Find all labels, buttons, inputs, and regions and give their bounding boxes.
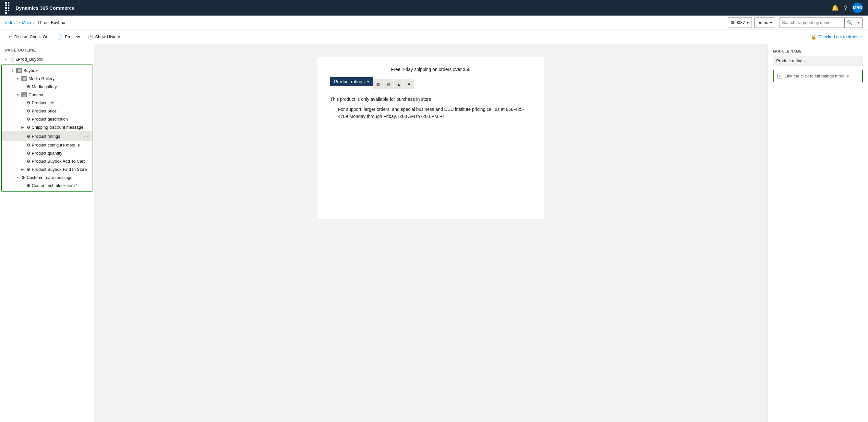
tree-item-product-ratings[interactable]: ⚙ Product ratings ··· (2, 131, 92, 141)
lock-icon: 🔒 (811, 34, 816, 39)
tree-item-media-gallery[interactable]: ▾ ▤ Media Gallery (2, 74, 92, 83)
main-layout: Page Outline ▾ 📄 1Prod_Buybox ▾ ▤ Buybox… (0, 44, 868, 422)
product-price-label: Product price (32, 108, 57, 113)
discard-checkout-button[interactable]: ↩ Discard Check Out (5, 32, 53, 41)
tree-item-product-price[interactable]: ⚙ Product price (2, 107, 92, 115)
product-title-gear-icon: ⚙ (27, 100, 30, 105)
nav-icons: 🔔 ? MRG (832, 3, 863, 13)
toolbar: ↩ Discard Check Out 📄 Preview 🕐 Show His… (0, 30, 868, 44)
show-history-button[interactable]: 🕐 Show History (84, 32, 123, 41)
ratings-move-down-button[interactable]: ▼ (404, 79, 414, 89)
preview-button[interactable]: 📄 Preview (54, 32, 83, 41)
tree-item-content-rich[interactable]: ⚙ Content rich block item 1 (2, 182, 92, 190)
breadcrumb: fedev > Main > 1Prod_Buybox (5, 20, 725, 25)
product-quantity-label: Product quantity (32, 151, 62, 156)
tree-item-shipping-discount[interactable]: ▶ ⚙ Shipping discount message (2, 123, 92, 131)
root-toggle[interactable]: ▾ (3, 57, 8, 61)
customer-care-toggle[interactable]: ▾ (15, 176, 20, 179)
search-dropdown-button[interactable]: ▾ (855, 18, 863, 28)
tree-item-customer-care[interactable]: ▾ ⚙ Customer care message (2, 173, 92, 182)
help-icon[interactable]: ? (844, 4, 847, 11)
search-box: 🔍 ▾ (779, 18, 863, 28)
content-module-icon: ▤ (22, 92, 27, 97)
notifications-icon[interactable]: 🔔 (832, 4, 839, 11)
purchase-text: This product is only available for purch… (330, 97, 531, 102)
tree-item-product-configure[interactable]: ⚙ Product configure module (2, 141, 92, 149)
product-quantity-gear-icon: ⚙ (27, 151, 30, 156)
breadcrumb-bar: fedev > Main > 1Prod_Buybox 000037 ▾ en-… (0, 15, 868, 30)
search-input[interactable] (779, 18, 844, 28)
search-area: 000037 ▾ en-us ▾ 🔍 ▾ (728, 18, 863, 28)
history-label: Show History (95, 34, 120, 39)
avatar[interactable]: MRG (852, 3, 863, 13)
breadcrumb-main[interactable]: Main (22, 20, 31, 25)
product-price-gear-icon: ⚙ (27, 108, 30, 113)
tree-item-product-title[interactable]: ⚙ Product title (2, 99, 92, 107)
locale-dropdown[interactable]: en-us ▾ (754, 18, 775, 28)
app-title: Dynamics 365 Commerce (16, 5, 828, 11)
tree-item-content[interactable]: ▾ ▤ Content (2, 91, 92, 99)
waffle-icon[interactable] (5, 2, 12, 14)
buybox-label: Buybox (23, 68, 37, 73)
product-title-label: Product title (32, 100, 54, 105)
shipping-discount-toggle[interactable]: ▶ (20, 125, 25, 129)
shipping-discount-label: Shipping discount message (32, 125, 83, 130)
ratings-move-up-button[interactable]: ▲ (394, 79, 404, 89)
top-nav: Dynamics 365 Commerce 🔔 ? MRG (0, 0, 868, 15)
checked-out-status: 🔒 Checked out to drbesse (811, 34, 863, 39)
locale-dropdown-arrow: ▾ (770, 20, 772, 25)
buybox-find-toggle[interactable]: ▶ (20, 168, 25, 171)
buybox-module-icon: ▤ (16, 68, 22, 73)
product-ratings-gear-icon: ⚙ (27, 134, 30, 139)
breadcrumb-sep-2: > (33, 20, 36, 25)
support-text: For support, larger orders, and special … (330, 106, 531, 120)
right-panel: MODULE NAME Product ratings Link the cli… (768, 44, 868, 422)
media-gallery-module-icon: ▤ (22, 76, 27, 81)
tree-item-product-description[interactable]: ⚙ Product description (2, 115, 92, 123)
link-ratings-checkbox[interactable] (777, 74, 782, 78)
tree-item-media-gallery-item[interactable]: ⚙ Media gallery (2, 83, 92, 91)
locale-value: en-us (757, 20, 768, 25)
left-panel: Page Outline ▾ 📄 1Prod_Buybox ▾ ▤ Buybox… (0, 44, 94, 422)
property-box[interactable]: Link the click to full ratings module (773, 70, 863, 82)
product-ratings-label: Product ratings (32, 134, 60, 139)
ratings-copy-button[interactable]: ⧉ (373, 79, 383, 89)
ratings-bar[interactable]: Product ratings ▾ (330, 77, 373, 86)
preview-label: Preview (65, 34, 80, 39)
media-gallery-item-gear-icon: ⚙ (27, 84, 30, 89)
buybox-add-gear-icon: ⚙ (27, 159, 30, 164)
undo-icon: ↩ (8, 34, 12, 39)
center-panel: Free 2-day shipping on orders over $50 P… (94, 44, 768, 422)
store-dropdown[interactable]: 000037 ▾ (728, 18, 752, 28)
tree-root-item[interactable]: ▾ 📄 1Prod_Buybox (0, 55, 94, 63)
tree-item-buybox-add-to-cart[interactable]: ⚙ Product Buybox Add To Cart (2, 157, 92, 165)
breadcrumb-current: 1Prod_Buybox (37, 20, 65, 25)
discard-checkout-label: Discard Check Out (14, 34, 50, 39)
media-gallery-label: Media Gallery (29, 76, 55, 81)
panel-title: Page Outline (0, 44, 94, 55)
search-button[interactable]: 🔍 (844, 18, 855, 28)
product-description-gear-icon: ⚙ (27, 117, 30, 122)
tree-item-buybox-find-in-store[interactable]: ▶ ⚙ Product Buybox Find In Store (2, 165, 92, 173)
tree-item-product-quantity[interactable]: ⚙ Product quantity (2, 149, 92, 157)
store-dropdown-arrow: ▾ (747, 20, 749, 25)
buybox-add-label: Product Buybox Add To Cart (32, 159, 85, 164)
tree-item-buybox[interactable]: ▾ ▤ Buybox (2, 66, 92, 74)
media-gallery-toggle[interactable]: ▾ (15, 77, 20, 80)
module-name-value: Product ratings (773, 56, 863, 66)
link-ratings-label: Link the click to full ratings module (785, 73, 849, 78)
content-toggle[interactable]: ▾ (15, 93, 20, 97)
product-configure-gear-icon: ⚙ (27, 142, 30, 148)
tree-outline-box: ▾ ▤ Buybox ▾ ▤ Media Gallery ⚙ Media gal… (1, 65, 92, 192)
ratings-bar-wrapper: Product ratings ▾ ⧉ 🗑 ▲ ▼ (330, 77, 531, 91)
content-rich-label: Content rich block item 1 (32, 183, 78, 188)
store-id-value: 000037 (731, 20, 745, 25)
breadcrumb-fedev[interactable]: fedev (5, 20, 16, 25)
content-label: Content (29, 92, 43, 97)
product-ratings-more-button[interactable]: ··· (83, 133, 89, 139)
buybox-toggle[interactable]: ▾ (10, 69, 15, 72)
ratings-delete-button[interactable]: 🗑 (383, 79, 393, 89)
ratings-toolbar: ⧉ 🗑 ▲ ▼ (373, 79, 414, 89)
buybox-find-label: Product Buybox Find In Store (32, 167, 87, 172)
breadcrumb-sep-1: > (18, 20, 20, 25)
